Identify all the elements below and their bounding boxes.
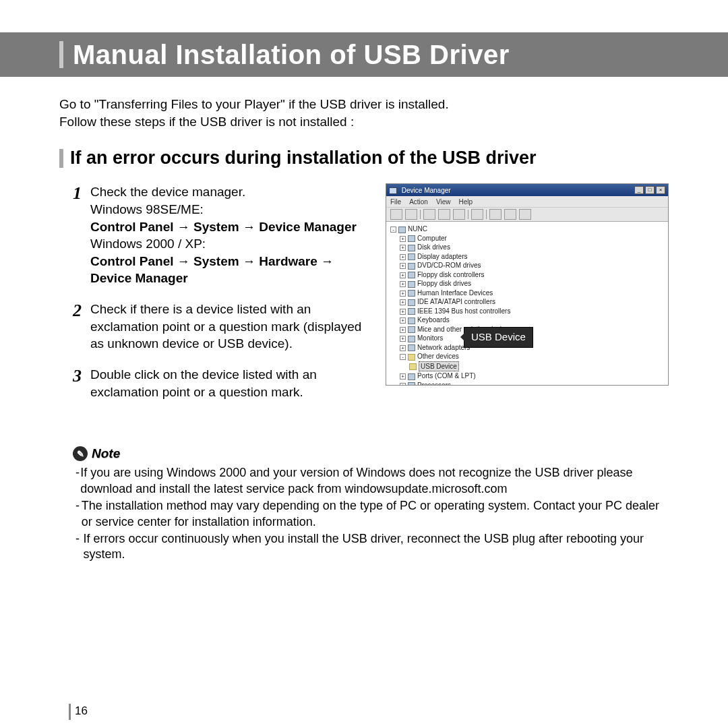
step-body: Check if there is a device listed with a…: [90, 301, 373, 353]
step-3-text: Double click on the device listed with a…: [90, 367, 317, 399]
step-number: 3: [73, 366, 86, 400]
tree-item-label: Computer: [417, 235, 447, 242]
tree-item-label: Keyboards: [417, 316, 450, 324]
toolbar-separator: [486, 210, 487, 219]
toolbar-icon[interactable]: [471, 209, 483, 220]
tree-item[interactable]: +IEEE 1394 Bus host controllers: [390, 307, 664, 316]
tree-item[interactable]: +Display adapters: [390, 252, 664, 262]
intro-line-2: Follow these steps if the USB driver is …: [59, 113, 669, 131]
tree-item[interactable]: +Keyboards: [390, 315, 664, 325]
menu-view[interactable]: View: [436, 198, 451, 206]
note-item: -The installation method may vary depend…: [75, 498, 669, 530]
device-manager-screenshot: Device Manager _ □ × File Action View He…: [386, 183, 669, 386]
callout-usb-device: USB Device: [464, 327, 533, 347]
tree-item-label: DVD/CD-ROM drives: [417, 262, 481, 269]
step-body: Check the device manager. Windows 98SE/M…: [90, 183, 373, 287]
toolbar-back-icon[interactable]: [390, 209, 402, 220]
tree-item[interactable]: +Disk drives: [390, 243, 664, 252]
subheading-rule: [59, 149, 63, 168]
tree-item-label: Other devices: [417, 353, 459, 360]
maximize-button[interactable]: □: [645, 186, 655, 194]
step-number: 1: [73, 183, 86, 287]
note-heading: ✎ Note: [73, 446, 669, 461]
subheading: If an error occurs during installation o…: [70, 148, 537, 169]
page-title: Manual Installation of USB Driver: [73, 40, 510, 70]
step-1-path2: Control Panel → System → Hardware → Devi…: [90, 254, 334, 286]
step-1-line: Check the device manager.: [90, 185, 245, 199]
menu-bar: File Action View Help: [386, 196, 668, 207]
tree-item-label: Disk drives: [417, 243, 450, 251]
tree-item-label: IEEE 1394 Bus host controllers: [417, 307, 510, 315]
window-title-text: Device Manager: [402, 187, 451, 194]
minimize-button[interactable]: _: [634, 186, 644, 194]
device-tree: -NUNC +Computer +Disk drives +Display ad…: [386, 222, 668, 385]
step-2-text: Check if there is a device listed with a…: [90, 302, 361, 351]
window-title: Device Manager: [389, 187, 451, 194]
tree-item[interactable]: +Ports (COM & LPT): [390, 371, 664, 381]
subheading-row: If an error occurs during installation o…: [59, 148, 669, 169]
toolbar-icon[interactable]: [504, 209, 516, 220]
header-band: Manual Installation of USB Driver: [0, 32, 728, 77]
tree-item-label: Floppy disk controllers: [417, 271, 484, 278]
toolbar-refresh-icon[interactable]: [453, 209, 465, 220]
note-item-text: If errors occur continuously when you in…: [84, 531, 669, 563]
note-item: -If errors occur continuously when you i…: [75, 531, 669, 563]
tree-item[interactable]: +Human Interface Devices: [390, 289, 664, 298]
tree-item[interactable]: +Floppy disk controllers: [390, 270, 664, 280]
toolbar-forward-icon[interactable]: [405, 209, 417, 220]
toolbar-print-icon[interactable]: [438, 209, 450, 220]
tree-item-label: Processors: [417, 382, 451, 386]
note-list: -If you are using Windows 2000 and your …: [73, 465, 669, 562]
tree-item[interactable]: +Computer: [390, 234, 664, 243]
step-2: 2 Check if there is a device listed with…: [73, 301, 373, 353]
tree-item[interactable]: +IDE ATA/ATAPI controllers: [390, 297, 664, 307]
step-number: 2: [73, 301, 86, 353]
tree-item[interactable]: +DVD/CD-ROM drives: [390, 261, 664, 270]
tree-root[interactable]: -NUNC: [390, 224, 664, 234]
window-buttons: _ □ ×: [634, 186, 665, 194]
step-1-path1: Control Panel → System → Device Manager: [90, 220, 357, 234]
steps-area: 1 Check the device manager. Windows 98SE…: [59, 183, 669, 414]
note-item-text: The installation method may vary dependi…: [82, 498, 669, 530]
tree-root-label: NUNC: [408, 225, 427, 233]
menu-file[interactable]: File: [390, 198, 401, 206]
tree-item[interactable]: +Processors: [390, 381, 664, 386]
close-button[interactable]: ×: [656, 186, 665, 194]
window-titlebar: Device Manager _ □ ×: [386, 184, 668, 196]
tree-item-label: Monitors: [417, 334, 443, 342]
toolbar-icon[interactable]: [519, 209, 531, 220]
intro-text: Go to "Transferring Files to your Player…: [59, 96, 669, 130]
note-item-text: If you are using Windows 2000 and your v…: [80, 465, 669, 497]
intro-line-1: Go to "Transferring Files to your Player…: [59, 96, 669, 113]
page-number-rule: [69, 704, 71, 720]
step-body: Double click on the device listed with a…: [90, 366, 373, 400]
tree-item-label: Floppy disk drives: [417, 280, 471, 287]
menu-help[interactable]: Help: [458, 198, 473, 206]
toolbar-separator: [468, 210, 468, 219]
tree-item-usb-device[interactable]: USB Device: [390, 361, 664, 372]
toolbar-icon[interactable]: [489, 209, 502, 220]
toolbar: [386, 207, 668, 222]
note-section: ✎ Note -If you are using Windows 2000 an…: [59, 446, 669, 562]
menu-action[interactable]: Action: [409, 198, 428, 206]
tree-item-label: Human Interface Devices: [417, 289, 493, 297]
tree-item-label: Ports (COM & LPT): [417, 372, 476, 380]
page-number: 16: [69, 704, 88, 720]
note-label: Note: [92, 446, 120, 461]
toolbar-properties-icon[interactable]: [423, 209, 435, 220]
tree-item-label: IDE ATA/ATAPI controllers: [417, 298, 495, 305]
note-item: -If you are using Windows 2000 and your …: [75, 465, 669, 497]
tree-item-label: Network adapters: [417, 344, 470, 351]
tree-item-selected-label: USB Device: [419, 361, 459, 372]
step-1-os1: Windows 98SE/ME:: [90, 202, 204, 216]
step-1-os2: Windows 2000 / XP:: [90, 237, 206, 251]
step-3: 3 Double click on the device listed with…: [73, 366, 373, 400]
page-number-text: 16: [75, 704, 88, 717]
steps-column: 1 Check the device manager. Windows 98SE…: [59, 183, 373, 414]
tree-item-other-devices[interactable]: -Other devices: [390, 352, 664, 361]
step-1: 1 Check the device manager. Windows 98SE…: [73, 183, 373, 287]
tree-item[interactable]: +Floppy disk drives: [390, 279, 664, 289]
note-icon: ✎: [73, 446, 88, 461]
header-rule: [59, 41, 63, 68]
content-area: Go to "Transferring Files to your Player…: [0, 77, 728, 563]
